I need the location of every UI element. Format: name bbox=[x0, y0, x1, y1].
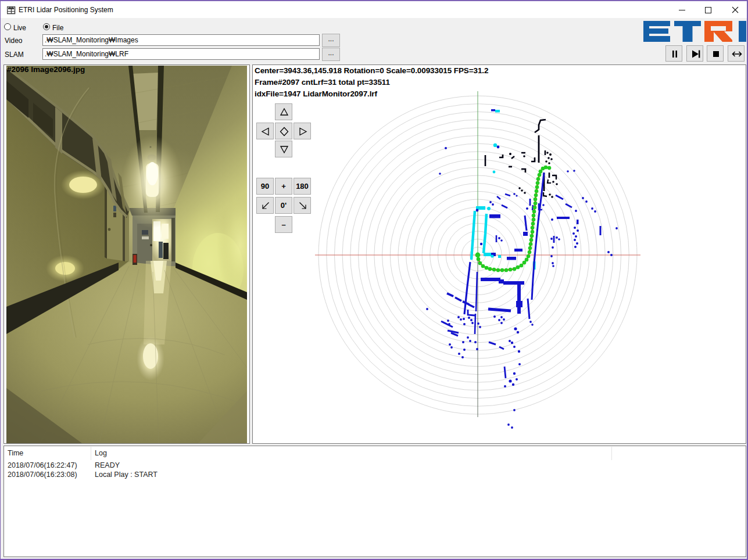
svg-text:#2096 Image2096.jpg: #2096 Image2096.jpg bbox=[7, 66, 85, 74]
